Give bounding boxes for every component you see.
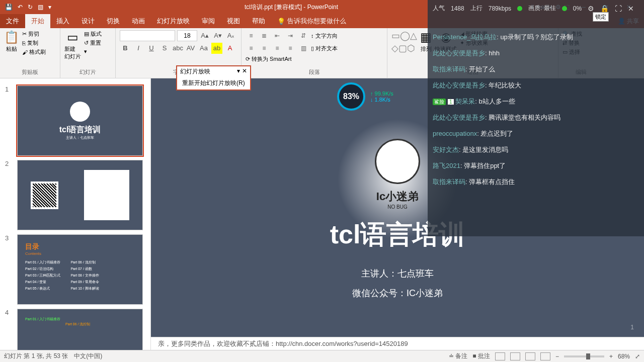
tab-slideshow[interactable]: 幻灯片放映 bbox=[151, 14, 196, 28]
zoom-slider[interactable] bbox=[564, 355, 604, 357]
tab-design[interactable]: 设计 bbox=[75, 14, 101, 28]
overlay-gear-icon[interactable]: ⚙ bbox=[588, 5, 594, 13]
overlay-lock-icon[interactable]: 🔒 bbox=[600, 5, 609, 13]
decrease-font-icon[interactable]: A▾ bbox=[212, 30, 223, 41]
tab-transition[interactable]: 切换 bbox=[101, 14, 126, 28]
font-size-select[interactable] bbox=[177, 30, 197, 41]
popup-pin-icon[interactable]: ▾ bbox=[237, 67, 240, 74]
tab-review[interactable]: 审阅 bbox=[196, 14, 221, 28]
copy-button[interactable]: ⎘ 复制 bbox=[22, 39, 46, 47]
popularity-value: 1488 bbox=[451, 5, 464, 12]
overlay-close-icon[interactable]: ✕ bbox=[628, 5, 634, 13]
slideshow-icon[interactable]: ▧ bbox=[38, 4, 43, 11]
smartart-button[interactable]: ⟳ 转换为 SmartArt bbox=[246, 55, 291, 63]
quality-value: 画质: 最佳 bbox=[528, 4, 556, 13]
zoom-in-button[interactable]: + bbox=[609, 353, 613, 360]
status-bar: 幻灯片 第 1 张, 共 53 张 中文(中国) ≐ 备注 ■ 批注 − + 6… bbox=[0, 350, 644, 362]
zoom-out-button[interactable]: − bbox=[555, 353, 559, 360]
align-center-button[interactable]: ≡ bbox=[259, 43, 270, 54]
status-dot-icon bbox=[517, 6, 522, 11]
slideshow-view-button[interactable] bbox=[540, 352, 550, 360]
line-spacing-button[interactable]: ⇵ bbox=[298, 30, 309, 41]
tell-me[interactable]: 💡 告诉我你想要做什么 bbox=[271, 14, 352, 28]
align-right-button[interactable]: ≡ bbox=[272, 43, 283, 54]
notes-toggle[interactable]: ≐ 备注 bbox=[449, 352, 467, 360]
tab-file[interactable]: 文件 bbox=[0, 14, 25, 28]
shadow-button[interactable]: abc bbox=[172, 43, 183, 54]
restart-slideshow-item[interactable]: 重新开始幻灯片放映(R) bbox=[177, 77, 250, 89]
slide-counter: 幻灯片 第 1 张, 共 53 张 bbox=[4, 352, 68, 360]
new-slide-icon: ▭ bbox=[67, 30, 78, 44]
perf-download: ↓ 1.8K/s bbox=[370, 97, 393, 103]
save-icon[interactable]: 💾 bbox=[5, 4, 13, 11]
layout-button[interactable]: ▤ 版式 bbox=[84, 30, 102, 38]
clipboard-icon: 📋 bbox=[4, 30, 19, 44]
italic-button[interactable]: I bbox=[133, 43, 144, 54]
justify-button[interactable]: ≡ bbox=[285, 43, 296, 54]
lock-tooltip: 锁定 bbox=[593, 12, 609, 22]
clear-format-icon[interactable]: Aₓ bbox=[225, 30, 236, 41]
chat-line: 安好文杰: 是这里发消息吗 bbox=[433, 145, 639, 154]
sorter-view-button[interactable] bbox=[510, 352, 520, 360]
perf-percent: 83% bbox=[337, 82, 365, 111]
perf-widget[interactable]: 83% ↑ 99.9K/s ↓ 1.8K/s bbox=[337, 82, 393, 111]
paste-button[interactable]: 📋粘贴 bbox=[4, 30, 19, 53]
slideshow-popup: 幻灯片放映 ▾ ✕ 重新开始幻灯片放映(R) bbox=[176, 65, 251, 90]
new-slide-button[interactable]: ▭新建 幻灯片 bbox=[64, 30, 81, 60]
indent-dec-button[interactable]: ⇤ bbox=[272, 30, 283, 41]
font-family-select[interactable] bbox=[120, 30, 175, 41]
reset-button[interactable]: ↺ 重置 bbox=[84, 39, 102, 47]
indent-inc-button[interactable]: ⇥ bbox=[285, 30, 296, 41]
case-button[interactable]: Aa bbox=[198, 43, 209, 54]
spacing-button[interactable]: AV bbox=[185, 43, 196, 54]
underline-button[interactable]: U bbox=[146, 43, 157, 54]
columns-button[interactable]: ▥ bbox=[298, 43, 309, 54]
tab-home[interactable]: 开始 bbox=[25, 14, 50, 28]
bullets-button[interactable]: ≡ bbox=[246, 30, 257, 41]
strikethrough-button[interactable]: S bbox=[159, 43, 170, 54]
chat-line: 取指来译码: 开始了么 bbox=[433, 65, 639, 74]
chat-line: 鲨脸1 契呆呆: b站人多一些 bbox=[433, 97, 639, 106]
highlight-button[interactable]: ab bbox=[211, 43, 222, 54]
lang-indicator[interactable]: 中文(中国) bbox=[74, 352, 102, 360]
zoom-level[interactable]: 68% bbox=[618, 353, 630, 360]
slide-pagenum: 1 bbox=[630, 324, 634, 331]
undo-icon[interactable]: ↶ bbox=[18, 4, 23, 11]
upstream-value: 789kbps bbox=[489, 5, 511, 12]
popup-title: 幻灯片放映 bbox=[180, 67, 210, 76]
format-painter-button[interactable]: 🖌 格式刷 bbox=[22, 48, 46, 56]
bold-button[interactable]: B bbox=[120, 43, 131, 54]
increase-font-icon[interactable]: A▴ bbox=[199, 30, 210, 41]
tab-help[interactable]: 帮助 bbox=[246, 14, 271, 28]
comments-toggle[interactable]: ■ 批注 bbox=[472, 352, 490, 360]
notes-pane[interactable]: 亲，更多同类作品，欢迎收藏不贰店铺：http://chn.docer.com/w… bbox=[151, 337, 644, 350]
fit-button[interactable]: ⤢ bbox=[635, 353, 640, 360]
tab-view[interactable]: 视图 bbox=[221, 14, 246, 28]
cpu-value: 0% bbox=[573, 5, 582, 12]
align-left-button[interactable]: ≡ bbox=[246, 43, 257, 54]
normal-view-button[interactable] bbox=[495, 352, 505, 360]
overlay-expand-icon[interactable]: ⛶ bbox=[615, 5, 622, 13]
section-button[interactable]: ▾ bbox=[84, 48, 102, 55]
numbering-button[interactable]: ≣ bbox=[259, 30, 270, 41]
redo-icon[interactable]: ↻ bbox=[28, 4, 33, 11]
thumb-4[interactable]: Part 01 / 入门书籍推荐 Part 06 / 流控制 bbox=[17, 309, 143, 350]
chat-list[interactable]: Persistence_乌拉乌拉: up录制了吗？别忘了录制此处心安便是吾乡: … bbox=[428, 30, 644, 190]
thumb-1[interactable]: tcl语言培训主讲人：七点班车 bbox=[17, 85, 143, 156]
cut-button[interactable]: ✂ 剪切 bbox=[22, 30, 46, 38]
chat-line: 取指来译码: 弹幕框有点挡住 bbox=[433, 177, 639, 187]
popup-close-icon[interactable]: ✕ bbox=[242, 67, 247, 74]
tab-animation[interactable]: 动画 bbox=[126, 14, 151, 28]
chat-line: 此处心安便是吾乡: 年纪比较大 bbox=[433, 81, 639, 90]
tab-insert[interactable]: 插入 bbox=[50, 14, 75, 28]
status-dot-icon bbox=[562, 6, 567, 11]
chat-line: Persistence_乌拉乌拉: up录制了吗？别忘了录制 bbox=[433, 33, 639, 42]
thumb-2[interactable] bbox=[17, 160, 143, 230]
group-clipboard: 剪贴板 bbox=[4, 68, 56, 76]
thumbnail-panel[interactable]: 1 tcl语言培训主讲人：七点班车 2 3 目录Contents Part 01… bbox=[0, 78, 151, 350]
font-color-button[interactable]: A bbox=[224, 43, 235, 54]
align-text-button[interactable]: ▯ 对齐文本 bbox=[311, 45, 338, 52]
reading-view-button[interactable] bbox=[525, 352, 535, 360]
text-direction-button[interactable]: ↕ 文字方向 bbox=[311, 32, 338, 40]
thumb-3[interactable]: 目录Contents Part 01 / 入门书籍推荐Part 02 / 语法结… bbox=[17, 234, 143, 305]
